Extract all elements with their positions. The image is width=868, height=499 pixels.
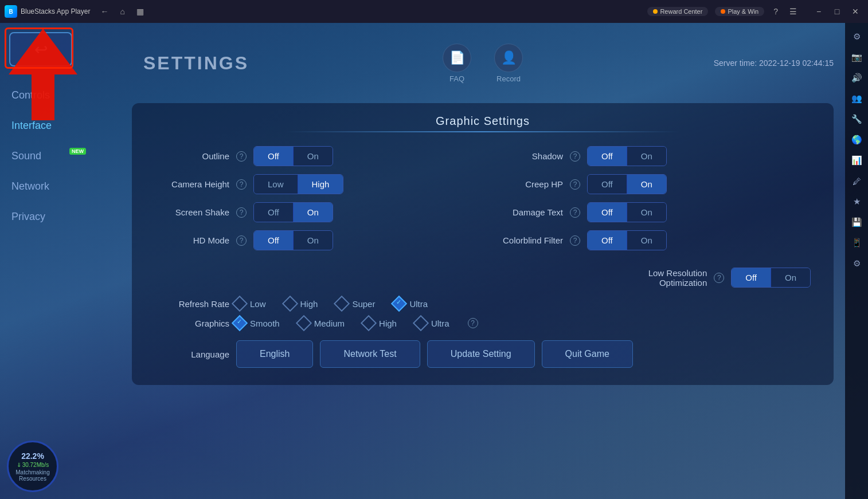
creep-hp-row: Creep HP ? Off On [488,174,811,194]
rs-icon-1[interactable]: ⚙ [847,27,866,46]
window-controls: − □ ✕ [811,3,863,19]
outline-off-btn[interactable]: Off [254,147,293,166]
play-win-label: Play & Win [728,8,758,15]
rs-icon-8[interactable]: 🖉 [847,172,866,190]
nav-item-network[interactable]: Network [0,172,120,201]
damage-text-on-btn[interactable]: On [627,203,666,222]
hd-mode-help[interactable]: ? [236,235,247,246]
refresh-super-option[interactable]: Super [336,298,375,309]
rs-icon-6[interactable]: 🌎 [847,131,866,149]
back-button[interactable]: ↩ [9,32,72,66]
right-sidebar: ⚙ 📷 🔊 👥 🔧 🌎 📊 🖉 ★ 💾 📱 ⚙ [845,23,868,499]
update-setting-button[interactable]: Update Setting [427,340,535,368]
damage-text-off-btn[interactable]: Off [588,203,627,222]
rs-icon-3[interactable]: 🔊 [847,69,866,87]
low-res-help[interactable]: ? [714,273,724,283]
creep-hp-on-btn[interactable]: On [627,175,666,194]
camera-low-btn[interactable]: Low [254,175,298,194]
english-button[interactable]: English [236,340,313,368]
menu-button[interactable]: ☰ [787,6,799,17]
minimize-button[interactable]: − [811,3,827,19]
refresh-rate-label: Refresh Rate [155,299,229,309]
rs-icon-2[interactable]: 📷 [847,48,866,66]
low-res-on-btn[interactable]: On [771,268,810,287]
graphics-medium-option[interactable]: Medium [298,317,345,329]
back-nav-button[interactable]: ← [97,6,112,17]
hd-mode-on-btn[interactable]: On [294,231,333,250]
refresh-high-option[interactable]: High [284,298,318,309]
graphics-help[interactable]: ? [468,318,478,328]
graphics-label: Graphics [155,319,229,328]
play-win-pill[interactable]: Play & Win [715,7,764,16]
outline-help[interactable]: ? [236,151,247,162]
rs-icon-11[interactable]: 📱 [847,234,866,252]
hd-mode-label: HD Mode [155,235,229,245]
low-res-off-btn[interactable]: Off [732,268,771,287]
colorblind-on-btn[interactable]: On [627,231,666,250]
shadow-label: Shadow [488,151,563,161]
shadow-off-btn[interactable]: Off [588,147,627,166]
refresh-ultra-option[interactable]: Ultra [393,298,428,309]
colorblind-off-btn[interactable]: Off [588,231,627,250]
faq-button[interactable]: 📄 FAQ [443,44,471,83]
damage-text-toggle: Off On [587,202,667,222]
back-arrow-icon: ↩ [34,40,48,59]
reward-center-pill[interactable]: Reward Center [647,7,708,16]
layout-button[interactable]: ▦ [133,6,147,17]
play-win-icon [721,9,725,14]
rs-icon-4[interactable]: 👥 [847,89,866,108]
nav-item-interface[interactable]: Interface [0,112,120,140]
screen-shake-off-btn[interactable]: Off [254,203,293,222]
creep-hp-off-btn[interactable]: Off [588,175,627,194]
shadow-on-btn[interactable]: On [627,147,666,166]
damage-text-help[interactable]: ? [570,207,580,218]
graphics-options: Smooth Medium High Ultra ? [234,317,478,329]
help-button[interactable]: ? [771,6,780,17]
quit-game-button[interactable]: Quit Game [542,340,633,368]
hd-mode-off-btn[interactable]: Off [254,231,293,250]
record-label: Record [496,74,521,83]
camera-height-help[interactable]: ? [236,179,247,190]
home-button[interactable]: ⌂ [116,6,128,17]
record-button[interactable]: 👤 Record [494,44,523,83]
shadow-row: Shadow ? Off On [488,146,811,166]
refresh-low-option[interactable]: Low [234,298,266,309]
record-icon: 👤 [494,44,523,72]
graphics-ultra-option[interactable]: Ultra [415,317,449,329]
outline-on-btn[interactable]: On [294,147,333,166]
nav-item-privacy[interactable]: Privacy [0,203,120,231]
nav-item-sound[interactable]: Sound NEW [0,142,120,170]
rs-icon-9[interactable]: ★ [847,192,866,211]
rs-icon-10[interactable]: 💾 [847,213,866,231]
screen-shake-help[interactable]: ? [236,207,247,218]
graphics-high-option[interactable]: High [363,317,397,329]
graphics-row: Graphics Smooth Medium High Ultra [155,317,811,329]
screen-shake-toggle: Off On [253,202,333,222]
graphics-medium-label: Medium [314,319,345,328]
back-btn-area: ↩ [0,23,120,76]
language-label: Language [155,349,229,359]
creep-hp-help[interactable]: ? [570,179,580,190]
graphics-ultra-diamond [413,315,429,331]
graphics-ultra-label: Ultra [431,319,449,328]
topbar: B BlueStacks App Player ← ⌂ ▦ Reward Cen… [0,0,868,23]
shadow-help[interactable]: ? [570,151,580,162]
rs-icon-12[interactable]: ⚙ [847,254,866,273]
close-button[interactable]: ✕ [847,3,863,19]
nav-items: Controls Interface Sound NEW Network Pri… [0,76,120,237]
colorblind-help[interactable]: ? [570,235,580,246]
screen-shake-on-btn[interactable]: On [294,203,333,222]
topbar-right: Reward Center Play & Win ? ☰ − □ ✕ [647,3,863,19]
network-test-button[interactable]: Network Test [320,340,420,368]
bottom-info: 22.2% ⇓ 30.72Mb/s Matchmaking Resources [0,434,65,499]
graphics-high-label: High [379,319,397,328]
outline-label: Outline [155,151,229,161]
maximize-button[interactable]: □ [829,3,845,19]
graphics-smooth-option[interactable]: Smooth [234,317,280,329]
nav-item-controls[interactable]: Controls [0,81,120,109]
camera-high-btn[interactable]: High [298,175,343,194]
rs-icon-5[interactable]: 🔧 [847,110,866,128]
section-title: Graphic Settings [155,115,811,128]
rs-icon-7[interactable]: 📊 [847,151,866,170]
refresh-low-diamond [232,296,248,312]
